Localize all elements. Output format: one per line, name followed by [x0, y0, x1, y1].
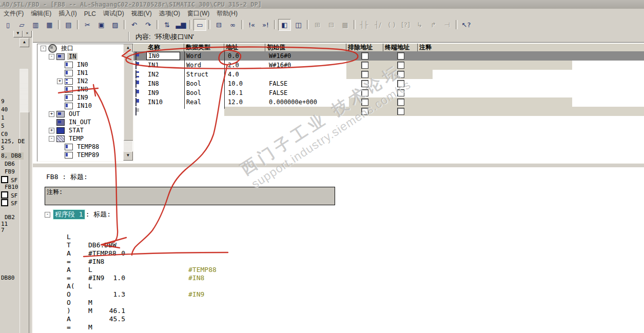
column-header-initial-value[interactable]: 初始值 [265, 44, 346, 51]
paste-icon[interactable]: ▨ [109, 19, 122, 31]
cut-icon[interactable]: ✂ [81, 19, 94, 31]
cell-initial-value[interactable]: FALSE [265, 79, 346, 88]
declaration-table[interactable]: 名称 数据类型 地址 初始值 排除地址 终端地址 注释 IN0 Word 0.0 [133, 44, 644, 160]
cell-datatype[interactable]: Real [184, 97, 224, 107]
nc-contact-icon[interactable]: ┤/ [372, 19, 384, 31]
cell-comment[interactable] [418, 97, 644, 107]
exclude-address-checkbox[interactable] [361, 52, 368, 60]
stl-code[interactable]: L DB6.DBW 0 T #TEMP88 #TEMP88 A #IN8 #IN… [33, 225, 644, 331]
stl-code-line[interactable]: A #IN8 #IN8 [33, 241, 644, 249]
library-icon[interactable]: ▩ [339, 19, 352, 31]
exclude-address-checkbox[interactable] [361, 71, 368, 78]
undo-icon[interactable]: ↶ [128, 19, 141, 31]
call-structure-icon[interactable]: ⇅ [161, 19, 173, 31]
help-pointer-icon[interactable]: ↖? [460, 19, 473, 31]
coil-icon[interactable]: ( ) [385, 19, 398, 31]
save-as-icon[interactable]: ▥ [29, 19, 42, 31]
tree-expander-icon[interactable]: - [41, 46, 46, 51]
table-row[interactable]: IN9 Bool 10.1 FALSE [133, 88, 644, 97]
cell-initial-value[interactable]: 0.000000e+000 [265, 97, 346, 107]
exclude-address-checkbox[interactable] [361, 108, 368, 115]
previous-error-icon[interactable]: !« [245, 19, 258, 31]
copy-icon[interactable]: ▣ [95, 19, 108, 31]
menu-item[interactable]: 选项(O) [155, 9, 184, 18]
tree-expander-icon[interactable]: + [49, 111, 54, 117]
tree-scroll-down-icon[interactable]: ▼ [123, 151, 133, 161]
cell-comment[interactable] [418, 70, 644, 79]
menu-item[interactable]: 调试(D) [100, 9, 128, 18]
terminal-address-checkbox[interactable] [397, 108, 404, 115]
background-close-icon[interactable]: ✕ [23, 31, 32, 37]
tree-item[interactable]: + STAT [37, 126, 133, 134]
redo-icon[interactable]: ↷ [142, 19, 154, 31]
column-header-comment[interactable]: 注释 [418, 44, 644, 51]
menu-item[interactable]: 帮助(H) [213, 9, 241, 18]
next-error-icon[interactable]: »! [259, 19, 272, 31]
terminal-address-checkbox[interactable] [397, 52, 404, 60]
cell-initial-value[interactable]: W#16#0 [265, 51, 346, 61]
cell-comment[interactable] [418, 88, 644, 97]
menu-item[interactable]: 文件(F) [0, 9, 27, 18]
close-branch-icon[interactable]: ↱ [427, 19, 440, 31]
stl-code-line[interactable]: SET [33, 323, 644, 331]
stl-code-line[interactable]: L DB6.DBW 0 [33, 225, 644, 233]
cell-name[interactable]: IN1 [146, 61, 184, 70]
menu-item[interactable]: 视图(V) [128, 9, 155, 18]
cell-initial-value[interactable] [265, 70, 346, 79]
tree-item[interactable]: + IN2 [37, 77, 133, 85]
table-row[interactable]: IN0 Word 0.0 W#16#0 [133, 51, 644, 61]
cell-comment[interactable] [418, 61, 644, 70]
tree-item[interactable]: IN8 [37, 85, 133, 93]
cell-address[interactable]: 10.1 [224, 88, 265, 97]
tree-item[interactable]: - TEMP [37, 134, 133, 143]
block-overview-icon[interactable]: ▃▆ [174, 19, 187, 31]
overviews-toggle-icon[interactable]: ◧ [278, 19, 291, 31]
terminal-address-checkbox[interactable] [397, 80, 404, 87]
open-folder-icon[interactable]: ▱ [15, 19, 28, 31]
cell-comment[interactable] [418, 79, 644, 88]
background-scrollbar[interactable] [19, 69, 28, 333]
save-icon[interactable]: ▦ [43, 19, 56, 31]
cell-address[interactable]: 0.0 [224, 51, 265, 61]
exclude-address-checkbox[interactable] [361, 80, 368, 87]
cell-name[interactable]: IN0 [146, 51, 184, 61]
tree-expander-icon[interactable]: - [49, 54, 54, 60]
stl-code-line[interactable]: = L 1.7 [33, 315, 644, 323]
column-header-address[interactable]: 地址 [224, 44, 265, 51]
cell-initial-value[interactable]: FALSE [265, 88, 346, 97]
stl-code-line[interactable]: A( [33, 274, 644, 282]
cell-datatype[interactable]: Bool [184, 88, 224, 97]
cell-comment[interactable] [418, 107, 644, 116]
cell-datatype[interactable] [184, 107, 224, 116]
terminal-address-checkbox[interactable] [397, 71, 404, 78]
column-header-datatype[interactable]: 数据类型 [184, 44, 224, 51]
stl-code-line[interactable]: O M 45.5 [33, 290, 644, 299]
cell-datatype[interactable]: Word [184, 51, 224, 61]
zoom-window-icon[interactable]: ◫ [292, 19, 305, 31]
stl-code-line[interactable]: T #TEMP88 #TEMP88 [33, 233, 644, 241]
column-header-terminal-address[interactable]: 终端地址 [383, 44, 418, 51]
table-row[interactable]: IN2 Struct 4.0 [133, 70, 644, 79]
cell-name[interactable]: IN10 [146, 97, 184, 107]
cell-name[interactable]: IN2 [146, 70, 184, 79]
open-branch-icon[interactable]: ↳ [413, 19, 426, 31]
menu-item[interactable]: PLC [81, 10, 100, 18]
menu-item[interactable]: 窗口(W) [184, 9, 213, 18]
stl-code-line[interactable]: ) [33, 299, 644, 307]
terminal-address-checkbox[interactable] [397, 62, 404, 69]
stl-code-line[interactable]: = L 1.0 [33, 249, 644, 258]
cell-datatype[interactable]: Word [184, 61, 224, 70]
program-elements-icon[interactable]: ⊟ [325, 19, 338, 31]
tree-expander-icon[interactable]: + [49, 128, 54, 133]
exclude-address-checkbox[interactable] [361, 89, 368, 96]
tree-item[interactable]: IN1 [37, 69, 133, 77]
table-row[interactable]: IN10 Real 12.0 0.000000e+000 [133, 97, 644, 107]
monitor-glasses-icon[interactable]: ∞ [226, 19, 239, 31]
stl-code-line[interactable]: O M 46.1 [33, 282, 644, 290]
menu-item[interactable]: 编辑(E) [27, 9, 55, 18]
block-comment-box[interactable]: 注释: [45, 187, 335, 205]
tree-item[interactable]: - 接口 [37, 44, 133, 52]
tree-scrollbar-thumb[interactable] [124, 52, 133, 141]
background-scroll-up-icon[interactable]: ▲ [19, 38, 29, 47]
cell-initial-value[interactable]: W#16#0 [265, 61, 346, 70]
